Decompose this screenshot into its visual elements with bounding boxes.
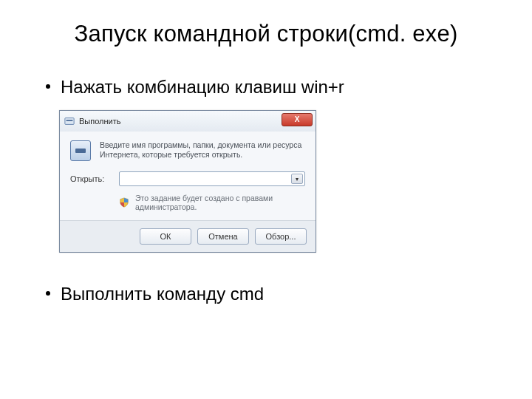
bullet-dot-icon — [46, 84, 50, 89]
description-row: Введите имя программы, папки, документа … — [70, 140, 305, 161]
cancel-button[interactable]: Отмена — [197, 228, 249, 245]
svg-rect-1 — [66, 120, 73, 121]
browse-button[interactable]: Обзор... — [255, 228, 307, 245]
window-title: Выполнить — [79, 117, 120, 126]
close-button[interactable]: X — [282, 113, 313, 126]
slide-title: Запуск командной строки(cmd. exe) — [0, 0, 532, 47]
bullet-item: Выполнить команду cmd — [46, 282, 486, 305]
bullet-text: Нажать комбинацию клавиш win+r — [61, 75, 344, 98]
dialog-body: Введите имя программы, папки, документа … — [60, 132, 316, 220]
bullet-dot-icon — [46, 291, 50, 296]
admin-note-text: Это задание будет создано с правами адми… — [135, 194, 305, 211]
slide-content: Нажать комбинацию клавиш win+r Выполнить… — [0, 47, 532, 305]
bullet-text: Выполнить команду cmd — [61, 282, 264, 305]
run-program-icon — [64, 116, 75, 126]
open-label: Открыть: — [70, 174, 112, 183]
open-input-row: Открыть: ▾ — [70, 171, 305, 186]
run-dialog-window: Выполнить X Введите имя программы, папки… — [59, 110, 316, 253]
ok-button[interactable]: ОК — [140, 228, 191, 245]
run-dialog-screenshot: Выполнить X Введите имя программы, папки… — [59, 110, 486, 253]
titlebar: Выполнить X — [60, 111, 316, 132]
shield-icon — [119, 197, 129, 208]
run-large-icon — [70, 140, 91, 161]
open-combobox[interactable]: ▾ — [119, 171, 305, 186]
bullet-item: Нажать комбинацию клавиш win+r — [46, 75, 486, 98]
description-text: Введите имя программы, папки, документа … — [100, 140, 305, 161]
chevron-down-icon[interactable]: ▾ — [291, 174, 303, 184]
admin-note-row: Это задание будет создано с правами адми… — [119, 194, 305, 211]
dialog-footer: ОК Отмена Обзор... — [60, 220, 316, 252]
